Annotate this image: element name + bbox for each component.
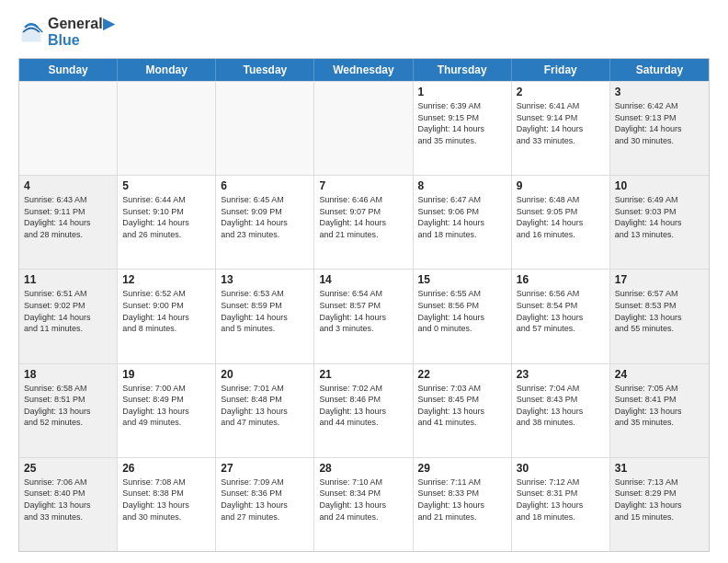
- cell-sun-info: Sunrise: 6:48 AM Sunset: 9:05 PM Dayligh…: [517, 194, 605, 240]
- cell-sun-info: Sunrise: 6:41 AM Sunset: 9:14 PM Dayligh…: [517, 100, 605, 146]
- logo: General▶ Blue: [18, 15, 114, 49]
- day-number: 23: [517, 368, 605, 381]
- day-number: 18: [24, 368, 112, 381]
- cell-sun-info: Sunrise: 7:09 AM Sunset: 8:36 PM Dayligh…: [221, 477, 309, 523]
- day-number: 2: [517, 86, 605, 98]
- calendar-cell-4: 4Sunrise: 6:43 AM Sunset: 9:11 PM Daylig…: [19, 176, 118, 269]
- cell-sun-info: Sunrise: 7:02 AM Sunset: 8:46 PM Dayligh…: [319, 383, 407, 429]
- day-number: 22: [418, 368, 506, 381]
- day-number: 17: [615, 273, 704, 286]
- cell-sun-info: Sunrise: 6:57 AM Sunset: 8:53 PM Dayligh…: [615, 288, 704, 334]
- day-number: 19: [122, 368, 210, 381]
- cell-sun-info: Sunrise: 6:46 AM Sunset: 9:07 PM Dayligh…: [319, 194, 407, 240]
- header-day-wednesday: Wednesday: [314, 59, 413, 81]
- cell-sun-info: Sunrise: 6:52 AM Sunset: 9:00 PM Dayligh…: [122, 288, 210, 334]
- calendar-cell-27: 27Sunrise: 7:09 AM Sunset: 8:36 PM Dayli…: [216, 458, 314, 551]
- calendar-cell-6: 6Sunrise: 6:45 AM Sunset: 9:09 PM Daylig…: [216, 176, 314, 269]
- day-number: 25: [24, 462, 112, 475]
- day-number: 16: [517, 273, 605, 286]
- calendar-row-4: 25Sunrise: 7:06 AM Sunset: 8:40 PM Dayli…: [19, 457, 709, 551]
- header-day-friday: Friday: [512, 59, 610, 81]
- cell-sun-info: Sunrise: 7:12 AM Sunset: 8:31 PM Dayligh…: [517, 477, 605, 523]
- calendar-cell-20: 20Sunrise: 7:01 AM Sunset: 8:48 PM Dayli…: [216, 364, 314, 457]
- calendar-cell-16: 16Sunrise: 6:56 AM Sunset: 8:54 PM Dayli…: [512, 270, 610, 362]
- day-number: 27: [221, 462, 309, 475]
- cell-sun-info: Sunrise: 7:06 AM Sunset: 8:40 PM Dayligh…: [24, 477, 112, 523]
- cell-sun-info: Sunrise: 7:05 AM Sunset: 8:41 PM Dayligh…: [615, 383, 704, 429]
- cell-sun-info: Sunrise: 7:01 AM Sunset: 8:48 PM Dayligh…: [221, 383, 309, 429]
- cell-sun-info: Sunrise: 6:53 AM Sunset: 8:59 PM Dayligh…: [221, 288, 309, 334]
- day-number: 7: [319, 179, 407, 192]
- cell-sun-info: Sunrise: 7:10 AM Sunset: 8:34 PM Dayligh…: [319, 477, 407, 523]
- cell-sun-info: Sunrise: 6:39 AM Sunset: 9:15 PM Dayligh…: [418, 100, 506, 146]
- calendar-cell-7: 7Sunrise: 6:46 AM Sunset: 9:07 PM Daylig…: [314, 176, 413, 269]
- day-number: 5: [122, 179, 210, 192]
- header-day-monday: Monday: [118, 59, 216, 81]
- calendar-cell-8: 8Sunrise: 6:47 AM Sunset: 9:06 PM Daylig…: [414, 176, 512, 269]
- cell-sun-info: Sunrise: 6:58 AM Sunset: 8:51 PM Dayligh…: [24, 383, 112, 429]
- calendar-cell-26: 26Sunrise: 7:08 AM Sunset: 8:38 PM Dayli…: [118, 458, 216, 551]
- calendar-cell-24: 24Sunrise: 7:05 AM Sunset: 8:41 PM Dayli…: [610, 364, 709, 457]
- calendar-cell-empty-0-2: [216, 82, 314, 175]
- day-number: 13: [221, 273, 309, 286]
- calendar-cell-10: 10Sunrise: 6:49 AM Sunset: 9:03 PM Dayli…: [610, 176, 709, 269]
- calendar-cell-empty-0-1: [118, 82, 216, 175]
- cell-sun-info: Sunrise: 6:43 AM Sunset: 9:11 PM Dayligh…: [24, 194, 112, 240]
- day-number: 3: [615, 86, 704, 98]
- calendar-cell-31: 31Sunrise: 7:13 AM Sunset: 8:29 PM Dayli…: [610, 458, 709, 551]
- day-number: 4: [24, 179, 112, 192]
- day-number: 20: [221, 368, 309, 381]
- header-day-sunday: Sunday: [19, 59, 118, 81]
- cell-sun-info: Sunrise: 6:45 AM Sunset: 9:09 PM Dayligh…: [221, 194, 309, 240]
- cell-sun-info: Sunrise: 6:44 AM Sunset: 9:10 PM Dayligh…: [122, 194, 210, 240]
- cell-sun-info: Sunrise: 7:00 AM Sunset: 8:49 PM Dayligh…: [122, 383, 210, 429]
- calendar-cell-30: 30Sunrise: 7:12 AM Sunset: 8:31 PM Dayli…: [512, 458, 610, 551]
- calendar-header: SundayMondayTuesdayWednesdayThursdayFrid…: [19, 59, 709, 81]
- logo-text: General▶ Blue: [48, 15, 114, 49]
- calendar-cell-17: 17Sunrise: 6:57 AM Sunset: 8:53 PM Dayli…: [610, 270, 709, 362]
- day-number: 26: [122, 462, 210, 475]
- day-number: 24: [615, 368, 704, 381]
- cell-sun-info: Sunrise: 6:51 AM Sunset: 9:02 PM Dayligh…: [24, 288, 112, 334]
- calendar-cell-29: 29Sunrise: 7:11 AM Sunset: 8:33 PM Dayli…: [414, 458, 512, 551]
- header: General▶ Blue: [18, 15, 710, 49]
- calendar-cell-3: 3Sunrise: 6:42 AM Sunset: 9:13 PM Daylig…: [610, 82, 709, 175]
- calendar: SundayMondayTuesdayWednesdayThursdayFrid…: [18, 58, 710, 552]
- calendar-cell-13: 13Sunrise: 6:53 AM Sunset: 8:59 PM Dayli…: [216, 270, 314, 362]
- day-number: 11: [24, 273, 112, 286]
- calendar-row-1: 4Sunrise: 6:43 AM Sunset: 9:11 PM Daylig…: [19, 175, 709, 269]
- cell-sun-info: Sunrise: 6:49 AM Sunset: 9:03 PM Dayligh…: [615, 194, 704, 240]
- cell-sun-info: Sunrise: 6:56 AM Sunset: 8:54 PM Dayligh…: [517, 288, 605, 334]
- calendar-row-3: 18Sunrise: 6:58 AM Sunset: 8:51 PM Dayli…: [19, 363, 709, 457]
- header-day-tuesday: Tuesday: [216, 59, 314, 81]
- calendar-cell-19: 19Sunrise: 7:00 AM Sunset: 8:49 PM Dayli…: [118, 364, 216, 457]
- cell-sun-info: Sunrise: 7:08 AM Sunset: 8:38 PM Dayligh…: [122, 477, 210, 523]
- day-number: 31: [615, 462, 704, 475]
- calendar-cell-5: 5Sunrise: 6:44 AM Sunset: 9:10 PM Daylig…: [118, 176, 216, 269]
- calendar-cell-25: 25Sunrise: 7:06 AM Sunset: 8:40 PM Dayli…: [19, 458, 118, 551]
- calendar-cell-15: 15Sunrise: 6:55 AM Sunset: 8:56 PM Dayli…: [414, 270, 512, 362]
- calendar-cell-empty-0-0: [19, 82, 118, 175]
- calendar-cell-21: 21Sunrise: 7:02 AM Sunset: 8:46 PM Dayli…: [314, 364, 413, 457]
- calendar-row-2: 11Sunrise: 6:51 AM Sunset: 9:02 PM Dayli…: [19, 269, 709, 362]
- calendar-cell-23: 23Sunrise: 7:04 AM Sunset: 8:43 PM Dayli…: [512, 364, 610, 457]
- calendar-cell-9: 9Sunrise: 6:48 AM Sunset: 9:05 PM Daylig…: [512, 176, 610, 269]
- page: General▶ Blue SundayMondayTuesdayWednesd…: [0, 0, 728, 563]
- cell-sun-info: Sunrise: 6:42 AM Sunset: 9:13 PM Dayligh…: [615, 100, 704, 146]
- cell-sun-info: Sunrise: 7:03 AM Sunset: 8:45 PM Dayligh…: [418, 383, 506, 429]
- cell-sun-info: Sunrise: 7:04 AM Sunset: 8:43 PM Dayligh…: [517, 383, 605, 429]
- cell-sun-info: Sunrise: 7:13 AM Sunset: 8:29 PM Dayligh…: [615, 477, 704, 523]
- day-number: 1: [418, 86, 506, 98]
- day-number: 12: [122, 273, 210, 286]
- header-day-saturday: Saturday: [610, 59, 709, 81]
- day-number: 30: [517, 462, 605, 475]
- calendar-row-0: 1Sunrise: 6:39 AM Sunset: 9:15 PM Daylig…: [19, 81, 709, 175]
- cell-sun-info: Sunrise: 6:54 AM Sunset: 8:57 PM Dayligh…: [319, 288, 407, 334]
- day-number: 9: [517, 179, 605, 192]
- day-number: 14: [319, 273, 407, 286]
- calendar-cell-28: 28Sunrise: 7:10 AM Sunset: 8:34 PM Dayli…: [314, 458, 413, 551]
- calendar-cell-22: 22Sunrise: 7:03 AM Sunset: 8:45 PM Dayli…: [414, 364, 512, 457]
- day-number: 15: [418, 273, 506, 286]
- logo-icon: [18, 19, 44, 45]
- day-number: 21: [319, 368, 407, 381]
